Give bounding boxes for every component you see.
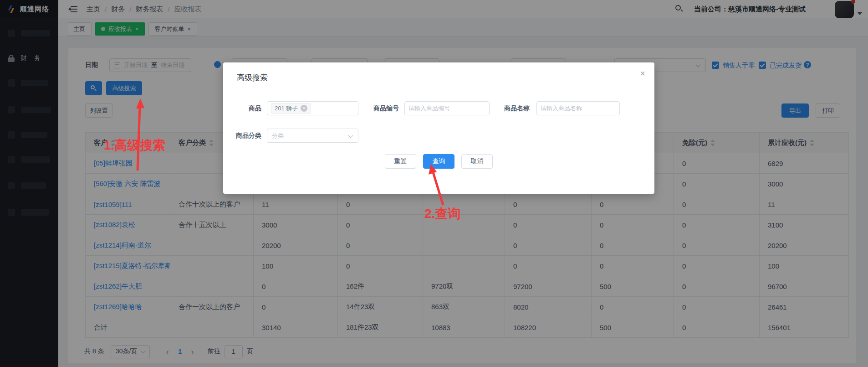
query-button[interactable]: 查询: [423, 154, 454, 169]
product-label: 商品: [223, 101, 261, 115]
product-tag: 201 狮子 ×: [271, 103, 311, 114]
category-label: 商品分类: [223, 129, 261, 143]
close-icon[interactable]: ×: [640, 69, 645, 78]
product-tag-text: 201 狮子: [275, 104, 298, 113]
cancel-button[interactable]: 取消: [461, 154, 493, 169]
tag-close-icon[interactable]: ×: [301, 105, 307, 112]
modal-title: 高级搜索: [237, 72, 268, 83]
chevron-down-icon: [348, 133, 353, 138]
product-code-label: 商品编号: [337, 101, 399, 115]
category-select[interactable]: 分类: [267, 129, 358, 143]
product-name-field[interactable]: [536, 101, 620, 115]
category-placeholder: 分类: [272, 132, 284, 140]
reset-button[interactable]: 重置: [385, 154, 416, 169]
advanced-search-modal: 高级搜索 × 商品 201 狮子 × 商品编号 商品名称 商品分类 分类: [223, 62, 654, 194]
screen: 顺通网络 财 务 主页/财务/财务报表/应收报表 当前公司：慈溪市顺通网络-专业…: [0, 0, 868, 367]
product-name-input[interactable]: [541, 105, 616, 112]
product-name-label: 商品名称: [468, 101, 530, 115]
